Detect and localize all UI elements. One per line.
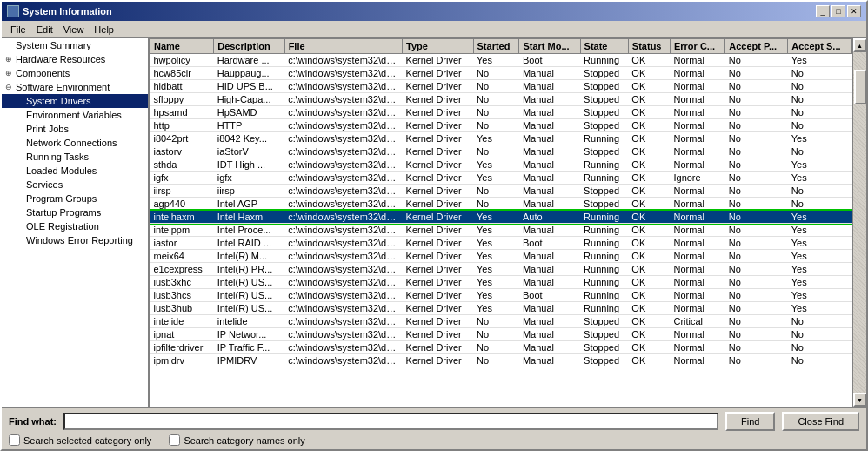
- table-row[interactable]: hcw85cirHauppaug...c:\windows\system32\d…: [150, 67, 852, 80]
- table-row[interactable]: igfxigfxc:\windows\system32\drivers\igdk…: [150, 172, 852, 185]
- table-row[interactable]: hwpolicyHardware ...c:\windows\system32\…: [150, 54, 852, 67]
- cell-18-10: Yes: [788, 289, 852, 302]
- sidebar-item-6[interactable]: Print Jobs: [2, 122, 148, 136]
- cell-21-9: No: [725, 328, 788, 341]
- column-header-6[interactable]: State: [580, 39, 628, 54]
- search-category-checkbox[interactable]: [9, 434, 20, 446]
- column-header-7[interactable]: Status: [628, 39, 670, 54]
- sidebar-item-13[interactable]: OLE Registration: [2, 219, 148, 233]
- cell-16-4: Yes: [473, 263, 519, 276]
- sidebar-item-0[interactable]: System Summary: [2, 38, 148, 52]
- scroll-thumb[interactable]: [854, 70, 866, 104]
- sidebar-item-1[interactable]: ⊕Hardware Resources: [2, 52, 148, 66]
- column-header-8[interactable]: Error C...: [670, 39, 724, 54]
- table-row[interactable]: httpHTTPc:\windows\system32\drivers\http…: [150, 119, 852, 132]
- menu-edit[interactable]: Edit: [31, 23, 58, 37]
- cell-20-9: No: [725, 315, 788, 328]
- table-row[interactable]: agp440Intel AGPc:\windows\system32\drive…: [150, 198, 852, 211]
- sidebar-item-2[interactable]: ⊕Components: [2, 66, 148, 80]
- table-row[interactable]: hidbattHID UPS B...c:\windows\system32\d…: [150, 80, 852, 93]
- search-names-checkbox-label[interactable]: Search category names only: [169, 434, 304, 446]
- table-row[interactable]: sthdaIDT High ...c:\windows\system32\dri…: [150, 158, 852, 172]
- cell-1-8: Normal: [670, 67, 724, 80]
- column-header-0[interactable]: Name: [150, 39, 214, 54]
- cell-10-0: iirsp: [150, 185, 214, 198]
- cell-9-2: c:\windows\system32\drivers\igdkmd64.s..…: [284, 172, 402, 185]
- cell-2-3: Kernel Driver: [403, 80, 473, 93]
- sidebar-item-3[interactable]: ⊖Software Environment: [2, 80, 148, 94]
- cell-9-5: Manual: [519, 172, 580, 185]
- sidebar-item-5[interactable]: Environment Variables: [2, 108, 148, 122]
- table-row[interactable]: ipnatIP Networ...c:\windows\system32\dri…: [150, 328, 852, 341]
- menu-file[interactable]: File: [5, 23, 31, 37]
- cell-23-4: No: [473, 354, 519, 367]
- cell-11-5: Manual: [519, 198, 580, 211]
- minimize-button[interactable]: _: [816, 5, 830, 17]
- find-button[interactable]: Find: [725, 412, 775, 431]
- cell-8-6: Running: [580, 158, 628, 172]
- sidebar-item-12[interactable]: Startup Programs: [2, 205, 148, 219]
- table-row[interactable]: hpsamdHpSAMDc:\windows\system32\drivers\…: [150, 106, 852, 119]
- sidebar-label-3: Software Environment: [16, 82, 110, 92]
- cell-17-6: Running: [580, 276, 628, 289]
- column-header-5[interactable]: Start Mo...: [519, 39, 580, 54]
- cell-2-10: No: [788, 80, 852, 93]
- table-row[interactable]: iirspiirspc:\windows\system32\drivers\ii…: [150, 185, 852, 198]
- table-row[interactable]: ipmidrvIPMIDRVc:\windows\system32\driver…: [150, 354, 852, 367]
- cell-19-10: Yes: [788, 302, 852, 315]
- cell-19-3: Kernel Driver: [403, 302, 473, 315]
- maximize-button[interactable]: □: [831, 5, 845, 17]
- column-header-2[interactable]: File: [284, 39, 402, 54]
- table-container[interactable]: NameDescriptionFileTypeStartedStart Mo..…: [150, 38, 852, 407]
- cell-7-3: Kernel Driver: [403, 145, 473, 158]
- table-row[interactable]: iastorviaStorVc:\windows\system32\driver…: [150, 145, 852, 158]
- column-header-4[interactable]: Started: [473, 39, 519, 54]
- sidebar-item-8[interactable]: Running Tasks: [2, 150, 148, 164]
- cell-22-1: IP Traffic F...: [214, 341, 284, 354]
- table-row[interactable]: iusb3xhcIntel(R) US...c:\windows\system3…: [150, 276, 852, 289]
- cell-10-9: No: [725, 185, 788, 198]
- sidebar-item-14[interactable]: Windows Error Reporting: [2, 233, 148, 247]
- sidebar-item-11[interactable]: Program Groups: [2, 192, 148, 205]
- column-header-9[interactable]: Accept P...: [725, 39, 788, 54]
- sidebar-item-10[interactable]: Services: [2, 178, 148, 192]
- close-button[interactable]: ✕: [847, 5, 861, 17]
- cell-9-1: igfx: [214, 172, 284, 185]
- cell-22-0: ipfilterdriver: [150, 341, 214, 354]
- sidebar-item-4[interactable]: System Drivers: [2, 94, 148, 108]
- table-row[interactable]: i8042prti8042 Key...c:\windows\system32\…: [150, 132, 852, 145]
- sidebar-item-9[interactable]: Loaded Modules: [2, 164, 148, 178]
- scroll-track[interactable]: [853, 52, 867, 393]
- cell-8-9: No: [725, 158, 788, 172]
- menu-help[interactable]: Help: [89, 23, 119, 37]
- table-row[interactable]: intelhaxmIntel Haxmc:\windows\system32\d…: [150, 211, 852, 224]
- table-row[interactable]: ipfilterdriverIP Traffic F...c:\windows\…: [150, 341, 852, 354]
- scroll-down-button[interactable]: ▼: [853, 393, 867, 407]
- table-row[interactable]: iusb3hubIntel(R) US...c:\windows\system3…: [150, 302, 852, 315]
- menu-view[interactable]: View: [58, 23, 90, 37]
- table-row[interactable]: iastorIntel RAID ...c:\windows\system32\…: [150, 237, 852, 250]
- search-names-checkbox[interactable]: [169, 434, 180, 446]
- table-row[interactable]: sfloppyHigh-Capa...c:\windows\system32\d…: [150, 93, 852, 106]
- cell-11-3: Kernel Driver: [403, 198, 473, 211]
- table-row[interactable]: iusb3hcsIntel(R) US...c:\windows\system3…: [150, 289, 852, 302]
- sidebar-item-7[interactable]: Network Connections: [2, 136, 148, 150]
- column-header-3[interactable]: Type: [403, 39, 473, 54]
- close-find-button[interactable]: Close Find: [782, 412, 859, 431]
- table-row[interactable]: intelppmIntel Proce...c:\windows\system3…: [150, 224, 852, 237]
- column-header-10[interactable]: Accept S...: [788, 39, 852, 54]
- sidebar: System Summary⊕Hardware Resources⊕Compon…: [2, 38, 150, 407]
- vertical-scrollbar[interactable]: ▲ ▼: [852, 38, 866, 407]
- find-input[interactable]: [63, 413, 718, 430]
- table-row[interactable]: intelideintelidec:\windows\system32\driv…: [150, 315, 852, 328]
- cell-12-10: Yes: [788, 211, 852, 224]
- cell-17-9: No: [725, 276, 788, 289]
- scroll-up-button[interactable]: ▲: [853, 38, 867, 52]
- column-header-1[interactable]: Description: [214, 39, 284, 54]
- cell-15-1: Intel(R) M...: [214, 250, 284, 263]
- table-row[interactable]: meix64Intel(R) M...c:\windows\system32\d…: [150, 250, 852, 263]
- table-row[interactable]: e1cexpressIntel(R) PR...c:\windows\syste…: [150, 263, 852, 276]
- search-category-checkbox-label[interactable]: Search selected category only: [9, 434, 151, 446]
- cell-21-0: ipnat: [150, 328, 214, 341]
- main-panel: NameDescriptionFileTypeStartedStart Mo..…: [150, 38, 852, 407]
